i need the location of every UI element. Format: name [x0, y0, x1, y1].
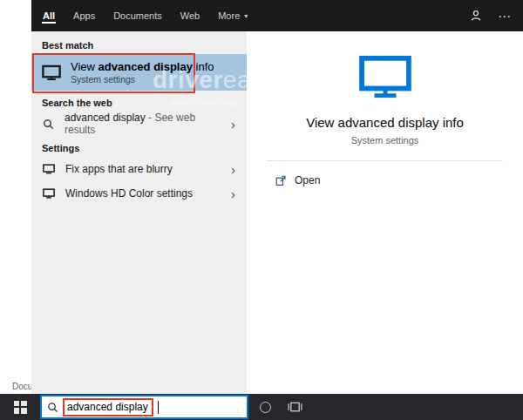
task-view-icon[interactable] [288, 401, 302, 413]
monitor-icon-large [358, 56, 412, 99]
tab-apps-label: Apps [72, 9, 96, 23]
search-header: All Apps Documents Web More ▾ ⋯ [31, 0, 523, 31]
best-match-subtitle: System settings [71, 74, 214, 85]
windows-logo-icon [14, 401, 27, 414]
header-actions: ⋯ [469, 9, 511, 23]
best-match-result[interactable]: View advanced display info System settin… [31, 54, 247, 91]
chevron-down-icon: ▾ [244, 12, 248, 20]
section-best-match: Best match [31, 31, 247, 54]
display-icon [43, 164, 55, 174]
results-panel: Best match View advanced display info Sy… [31, 31, 247, 394]
tab-all-label: All [42, 9, 56, 24]
tab-documents-label: Documents [112, 9, 163, 23]
open-icon [275, 175, 287, 186]
preview-title: View advanced display info [306, 115, 464, 130]
start-search-flyout: All Apps Documents Web More ▾ ⋯ Best mat… [31, 0, 523, 394]
taskbar-icons [260, 401, 302, 413]
web-search-label: advanced display - See web results [65, 112, 221, 136]
web-search-result[interactable]: advanced display - See web results › [31, 112, 247, 136]
hd-color-icon [43, 188, 55, 199]
settings-result-label: Fix apps that are blurry [65, 163, 173, 175]
best-match-text: View advanced display info System settin… [71, 60, 214, 85]
best-match-title: View advanced display info [71, 60, 214, 73]
tab-apps[interactable]: Apps [72, 0, 96, 31]
section-settings: Settings [31, 136, 247, 157]
more-options-icon[interactable]: ⋯ [498, 10, 511, 23]
chevron-right-icon: › [231, 163, 235, 176]
text-caret [158, 401, 159, 414]
divider [267, 160, 503, 161]
tab-more-label: More [217, 9, 241, 23]
search-icon [47, 402, 58, 413]
tab-web-label: Web [180, 9, 200, 23]
background-clipped-text: Docu [12, 382, 32, 391]
tab-web[interactable]: Web [180, 0, 200, 31]
monitor-icon [42, 64, 61, 81]
settings-result-blurry-apps[interactable]: Fix apps that are blurry › [31, 157, 247, 181]
taskbar: advanced display [0, 394, 523, 420]
cortana-icon[interactable] [260, 402, 271, 413]
signin-icon[interactable] [469, 9, 483, 23]
preview-subtitle: System settings [351, 135, 419, 146]
taskbar-search-value: advanced display [63, 398, 153, 417]
chevron-right-icon: › [231, 118, 235, 131]
flyout-body: Best match View advanced display info Sy… [31, 31, 523, 394]
preview-panel: View advanced display info System settin… [247, 31, 523, 394]
tab-documents[interactable]: Documents [112, 0, 163, 31]
tab-all[interactable]: All [42, 0, 56, 31]
settings-result-label: Windows HD Color settings [65, 187, 193, 200]
search-filter-tabs: All Apps Documents Web More ▾ [42, 0, 248, 31]
taskbar-search-box[interactable]: advanced display [40, 395, 248, 419]
section-search-web: Search the web [31, 91, 247, 112]
settings-result-hd-color[interactable]: Windows HD Color settings › [31, 181, 247, 206]
open-label: Open [295, 174, 320, 186]
chevron-right-icon: › [231, 187, 235, 200]
tab-more[interactable]: More ▾ [217, 0, 248, 31]
open-action[interactable]: Open [275, 174, 320, 186]
screenshot-root: Docu All Apps Documents Web More ▾ ⋯ [0, 0, 523, 420]
search-icon [43, 119, 54, 130]
start-button[interactable] [0, 394, 40, 420]
